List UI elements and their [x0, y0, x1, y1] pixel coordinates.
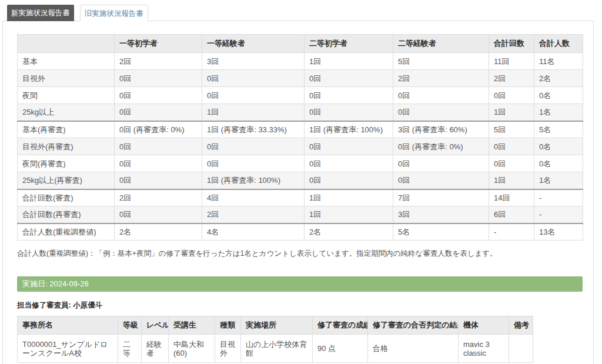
summary-cell: 2回 — [489, 70, 534, 87]
summary-cell: - — [534, 189, 583, 206]
summary-cell: 3回 — [393, 206, 489, 223]
detail-cell: 中島大和(60) — [169, 335, 215, 363]
report-panel-content: 一等初学者一等経験者二等初学者二等経験者合計回数合計人数 基本2回3回1回5回1… — [3, 21, 593, 363]
detail-cell: T0000001_サンプルドローンスクールA校 — [18, 335, 118, 363]
summary-cell: 3回 — [202, 53, 305, 70]
tab-old-report[interactable]: 旧実施状況報告書 — [80, 5, 148, 21]
detail-header-row: 事務所名等級レベル受講生種類実施場所修了審査の成績修了審査の合否判定の結果機体備… — [18, 316, 533, 335]
summary-row-label: 合計回数(再審査) — [18, 206, 115, 223]
summary-header-row: 一等初学者一等経験者二等初学者二等経験者合計回数合計人数 — [18, 35, 583, 53]
summary-table-row: 合計人数(重複調整値)2名4名2名5名-13名 — [18, 223, 583, 241]
summary-cell: 13名 — [534, 223, 583, 241]
summary-footnote: 合計人数(重複調整値)：「例：基本+夜間」の修了審査を行った方は1名とカウントし… — [17, 249, 581, 259]
summary-cell: 0回 — [489, 138, 534, 155]
detail-column-header: 修了審査の合否判定の結果 — [368, 316, 459, 335]
detail-cell: 経験者 — [142, 335, 169, 363]
summary-cell: 0名 — [534, 138, 583, 155]
summary-cell: 1回 — [202, 104, 305, 121]
summary-row-label: 目視外 — [18, 70, 115, 87]
summary-cell: 0回 (再審査率: 0%) — [115, 121, 202, 138]
summary-cell: 11名 — [534, 53, 583, 70]
detail-cell: 90 点 — [313, 335, 368, 363]
summary-cell: 0回 — [305, 104, 393, 121]
summary-cell: 0回 — [202, 87, 305, 104]
summary-table-row: 目視外0回0回0回2回2回2名 — [18, 70, 583, 87]
summary-cell: 5名 — [534, 121, 583, 138]
summary-cell: 1回 — [489, 172, 534, 189]
summary-table-row: 基本(再審査)0回 (再審査率: 0%)1回 (再審査率: 33.33%)1回 … — [18, 121, 583, 138]
summary-cell: 0回 — [393, 172, 489, 189]
detail-table: 事務所名等級レベル受講生種類実施場所修了審査の成績修了審査の合否判定の結果機体備… — [17, 316, 533, 363]
summary-row-label: 基本 — [18, 53, 115, 70]
detail-cell — [509, 335, 533, 363]
summary-cell: 0回 — [115, 104, 202, 121]
summary-cell: 0回 — [393, 155, 489, 172]
summary-row-label: 合計人数(重複調整値) — [18, 223, 115, 241]
summary-cell: 4回 — [202, 189, 305, 206]
summary-table-row: 合計回数(審査)2回4回1回7回14回- — [18, 189, 583, 206]
summary-cell: 0回 — [115, 70, 202, 87]
summary-cell: 5回 — [489, 121, 534, 138]
summary-cell: 1名 — [534, 104, 583, 121]
summary-cell: 0回 — [115, 155, 202, 172]
summary-row-label: 目視外(再審査) — [18, 138, 115, 155]
detail-column-header: 修了審査の成績 — [313, 316, 368, 335]
summary-row-label: 夜間(再審査) — [18, 155, 115, 172]
summary-cell: 0回 — [305, 172, 393, 189]
detail-column-header: 受講生 — [169, 316, 215, 335]
summary-cell: 2名 — [305, 223, 393, 241]
summary-cell: 0回 — [489, 87, 534, 104]
summary-cell: 2回 — [115, 189, 202, 206]
summary-column-header: 合計人数 — [534, 35, 583, 53]
summary-cell: 3回 (再審査率: 60%) — [393, 121, 489, 138]
detail-cell: 目視外 — [215, 335, 241, 363]
summary-cell: 2名 — [115, 223, 202, 241]
examiner-label: 担当修了審査員: 小原優斗 — [17, 300, 581, 310]
session-date-banner: 実施日: 2024-09-26 — [17, 276, 583, 292]
summary-table-row: 合計回数(再審査)0回2回1回3回6回- — [18, 206, 583, 223]
summary-cell: 0回 — [202, 155, 305, 172]
detail-cell: 二等 — [118, 335, 142, 363]
summary-cell: 0回 — [115, 206, 202, 223]
summary-row-label: 基本(再審査) — [18, 121, 115, 138]
summary-row-label: 合計回数(審査) — [18, 189, 115, 206]
summary-column-header: 一等初学者 — [115, 35, 202, 53]
summary-row-label: 25kg以上(再審査) — [18, 172, 115, 189]
summary-cell: 0回 (再審査率: 0%) — [393, 138, 489, 155]
summary-cell: 0回 — [305, 70, 393, 87]
summary-table: 一等初学者一等経験者二等初学者二等経験者合計回数合計人数 基本2回3回1回5回1… — [17, 34, 583, 241]
summary-cell: 1回 (再審査率: 100%) — [202, 172, 305, 189]
detail-column-header: 備考 — [509, 316, 533, 335]
summary-column-header: 二等経験者 — [393, 35, 489, 53]
summary-cell: 0回 — [393, 104, 489, 121]
summary-cell: 0回 — [115, 172, 202, 189]
summary-cell: 1回 — [305, 206, 393, 223]
summary-cell: 0回 — [202, 138, 305, 155]
detail-column-header: 種類 — [215, 316, 241, 335]
detail-column-header: レベル — [142, 316, 169, 335]
summary-cell: 1回 — [305, 53, 393, 70]
summary-cell: 1名 — [534, 172, 583, 189]
summary-cell: - — [489, 223, 534, 241]
detail-cell: 山の上小学校体育館 — [241, 335, 313, 363]
summary-column-header: 二等初学者 — [305, 35, 393, 53]
summary-cell: - — [534, 206, 583, 223]
summary-cell: 2名 — [534, 70, 583, 87]
detail-column-header: 実施場所 — [241, 316, 313, 335]
detail-column-header: 等級 — [118, 316, 142, 335]
detail-column-header: 機体 — [459, 316, 509, 335]
summary-cell: 0回 — [115, 138, 202, 155]
summary-cell: 4名 — [202, 223, 305, 241]
summary-table-row: 基本2回3回1回5回11回11名 — [18, 53, 583, 70]
detail-cell: mavic 3 classic — [459, 335, 509, 363]
summary-table-row: 25kg以上(再審査)0回1回 (再審査率: 100%)0回0回1回1名 — [18, 172, 583, 189]
summary-cell: 0回 — [202, 70, 305, 87]
summary-cell: 2回 — [202, 206, 305, 223]
detail-column-header: 事務所名 — [18, 316, 118, 335]
report-panel: 一等初学者一等経験者二等初学者二等経験者合計回数合計人数 基本2回3回1回5回1… — [2, 21, 594, 364]
summary-cell: 0回 — [393, 87, 489, 104]
tab-new-report[interactable]: 新実施状況報告書 — [7, 5, 74, 21]
summary-cell: 6回 — [489, 206, 534, 223]
summary-row-label: 25kg以上 — [18, 104, 115, 121]
detail-cell: 合格 — [368, 335, 459, 363]
